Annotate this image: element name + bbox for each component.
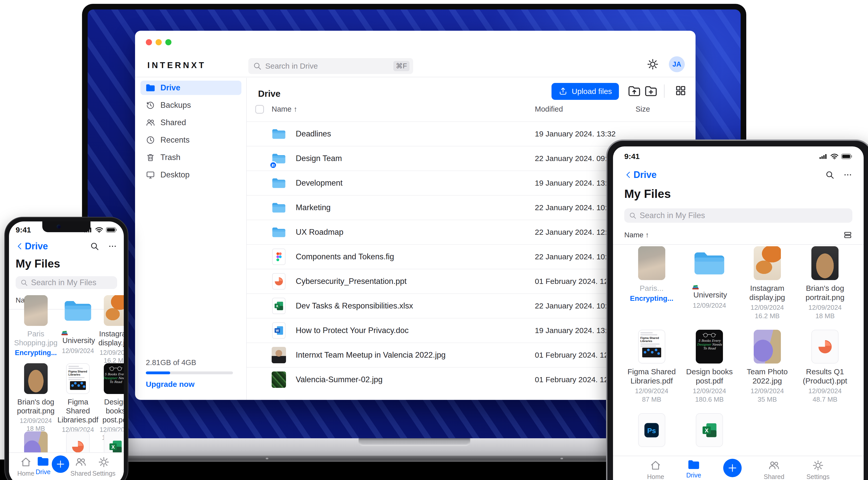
file-size: 48.7 MB <box>813 396 837 404</box>
tab-shared[interactable]: Shared <box>764 460 784 480</box>
toolbar-divider <box>664 84 664 98</box>
file-card[interactable]: Instagram display.jpg12/09/202416.2 MB <box>738 246 796 330</box>
back-button[interactable]: Drive <box>633 169 657 180</box>
minimize-window-button[interactable] <box>156 39 162 45</box>
sidebar-item-backups[interactable]: Backups <box>141 98 241 112</box>
more-menu-icon[interactable] <box>843 170 852 179</box>
file-card[interactable]: 5 Books Every Designer Needs To Read Des… <box>98 363 124 431</box>
back-chevron-icon[interactable] <box>624 171 633 179</box>
folder-icon <box>37 456 49 466</box>
xlsx-icon: X <box>271 298 286 314</box>
file-card[interactable]: Results Q1 (Product).ppt12/09/202448.7 M… <box>796 330 854 413</box>
sidebar-item-label: Recents <box>160 135 190 145</box>
file-card[interactable]: X <box>696 413 723 456</box>
iphone-screen: 9:41 Drive My Files Search in My Files N… <box>9 221 124 480</box>
file-card[interactable]: University12/09/2024 <box>692 246 727 330</box>
tab-shared[interactable]: Shared <box>70 456 91 477</box>
file-name: Paris Shopping.jpg <box>14 330 57 347</box>
grid-view-icon[interactable] <box>675 84 689 98</box>
file-card[interactable] <box>66 431 90 452</box>
sidebar-item-drive[interactable]: Drive <box>141 81 241 95</box>
file-card[interactable]: X <box>104 431 124 452</box>
file-card[interactable]: Brian's dog portrait.png12/09/202418 MB <box>14 363 57 431</box>
file-name: Design Team <box>296 154 342 163</box>
tab-home[interactable]: Home <box>647 460 664 480</box>
sort-bar[interactable]: Name ↑ <box>624 230 852 240</box>
file-card[interactable]: Brian's dog portrait.png12/09/202418 MB <box>796 246 854 330</box>
search-icon[interactable] <box>825 170 834 179</box>
file-name: Marketing <box>296 203 331 212</box>
tab-settings[interactable]: Settings <box>806 460 830 480</box>
new-folder-icon[interactable] <box>644 84 659 98</box>
tab-label: Drive <box>686 472 701 479</box>
folder-icon <box>271 199 286 216</box>
internxt-logo: INTERNXT <box>147 60 206 70</box>
file-card[interactable]: Paris...Encrypting... <box>630 246 674 330</box>
search-icon[interactable] <box>90 242 99 251</box>
sidebar-item-shared[interactable]: Shared <box>141 115 241 130</box>
gear-icon <box>98 456 110 468</box>
select-all-checkbox[interactable] <box>255 105 264 114</box>
sidebar-item-recents[interactable]: Recents <box>141 133 241 147</box>
upload-files-button[interactable]: Upload files <box>552 83 619 100</box>
folder-icon <box>271 126 286 142</box>
file-name: Team Photo 2022.jpg <box>738 367 796 385</box>
page-title: My Files <box>624 187 852 201</box>
file-date: 12/09/2024 <box>100 349 124 356</box>
file-name: Cybersecurity_Presentation.ppt <box>296 277 407 286</box>
sidebar-item-trash[interactable]: Trash <box>141 150 241 165</box>
upload-folder-icon[interactable] <box>628 84 642 98</box>
column-size[interactable]: Size <box>636 105 650 113</box>
add-button[interactable] <box>723 459 742 477</box>
file-card[interactable]: 5 Books Every Designer Needs To Read Des… <box>681 330 739 413</box>
tab-drive[interactable]: Drive <box>686 460 701 479</box>
search-input[interactable]: Search in My Files <box>624 208 852 223</box>
pdf-preview-thumbnail: Figma Shared Libraries <box>638 330 665 364</box>
file-card[interactable]: Ps <box>638 413 665 456</box>
back-chevron-icon[interactable] <box>16 242 24 251</box>
column-name[interactable]: Name ↑ <box>272 105 297 113</box>
file-modified: 01 February 2024. 12:3 <box>535 277 615 286</box>
status-time: 9:41 <box>16 226 31 234</box>
search-placeholder: Search in My Files <box>640 211 705 220</box>
rubber-foot <box>560 458 563 459</box>
search-input[interactable]: Search in Drive ⌘F <box>248 58 413 74</box>
close-window-button[interactable] <box>146 39 152 45</box>
tab-settings[interactable]: Settings <box>92 456 115 477</box>
settings-gear-icon[interactable] <box>647 58 659 70</box>
file-modified: 01 February 2024. 12:3 <box>535 375 615 384</box>
file-name: Brian's dog portrait.png <box>14 398 57 415</box>
search-input[interactable]: Search in My Files <box>16 276 117 289</box>
person-photo-icon <box>271 347 286 364</box>
file-card[interactable]: Team Photo 2022.jpg12/09/202435 MB <box>738 330 796 413</box>
back-button[interactable]: Drive <box>25 241 48 252</box>
sidebar-item-label: Backups <box>160 101 191 110</box>
file-card[interactable]: Instagram display.jpg12/09/202416.2 MB <box>98 295 124 363</box>
file-card[interactable] <box>24 431 48 452</box>
sidebar-item-desktop[interactable]: Desktop <box>141 168 241 182</box>
svg-text:Ps: Ps <box>647 426 656 435</box>
zoom-window-button[interactable] <box>165 39 172 45</box>
user-avatar[interactable]: JA <box>669 56 685 72</box>
file-card[interactable]: Figma Shared Libraries Figma Shared Libr… <box>623 330 681 413</box>
file-card[interactable]: Figma Shared Libraries Figma Shared Libr… <box>57 363 98 431</box>
file-card[interactable]: Paris Shopping.jpgEncrypting... <box>14 295 57 363</box>
sort-label: Name ↑ <box>624 231 649 239</box>
tab-home[interactable]: Home <box>17 456 34 477</box>
file-card[interactable]: University12/09/2024 <box>61 295 95 363</box>
tab-drive[interactable]: Drive <box>36 456 51 476</box>
file-name: University <box>61 330 95 346</box>
more-menu-icon[interactable] <box>108 242 117 251</box>
upgrade-link[interactable]: Upgrade now <box>146 380 233 388</box>
column-modified[interactable]: Modified <box>535 105 563 113</box>
list-view-icon[interactable] <box>843 230 852 240</box>
excel-file-thumbnail: X <box>696 413 723 447</box>
file-name: Figma Shared Libraries.pdf <box>57 398 98 424</box>
sidebar-item-label: Drive <box>160 83 180 93</box>
add-button[interactable] <box>52 455 69 473</box>
book-cover-thumbnail: 5 Books Every Designer Needs To Read <box>696 330 723 364</box>
iphone-notch <box>42 221 90 232</box>
ipad-screen: 9:41 Drive My Files Search in My Files N… <box>613 146 864 480</box>
file-name: Paris... <box>640 284 663 293</box>
status-bar: 9:41 <box>613 146 864 161</box>
